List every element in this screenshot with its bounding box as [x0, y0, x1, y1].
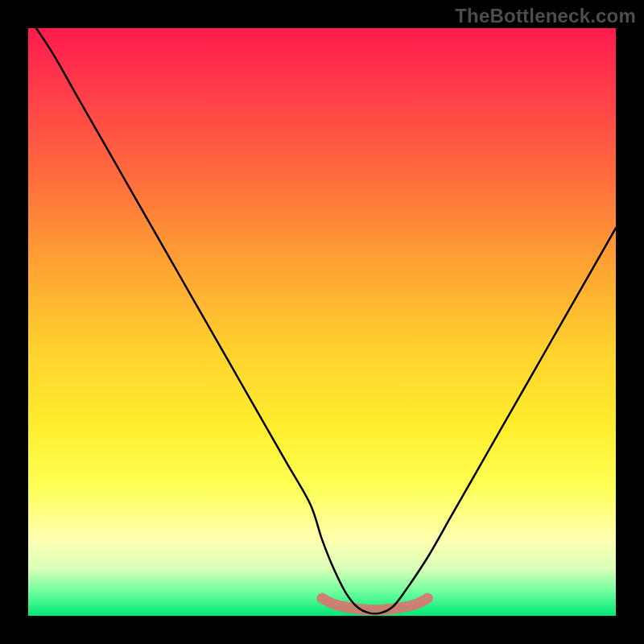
plot-area — [28, 28, 616, 616]
curve-layer — [28, 28, 616, 616]
chart-frame: TheBottleneck.com — [0, 0, 644, 644]
sweet-spot-marker — [322, 598, 427, 610]
watermark-text: TheBottleneck.com — [455, 5, 636, 27]
bottleneck-curve — [28, 28, 616, 613]
